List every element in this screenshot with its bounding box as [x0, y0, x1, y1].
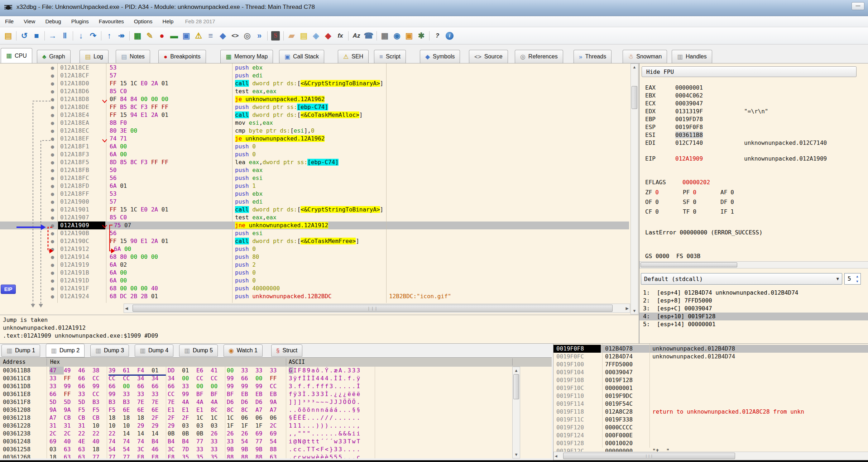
disasm-row[interactable]: ●012A18EF74 71je unknownunpacked.12A1962	[0, 135, 629, 143]
dump-vertical-scrollbar[interactable]: ▲ ▼	[512, 367, 520, 458]
stack-row[interactable]: 0019F10C00000001	[553, 384, 868, 392]
scroll-up-arrow[interactable]: ▲	[513, 368, 520, 373]
dump-row[interactable]: 003611D8339966996600666666330000999999CC…	[0, 382, 552, 390]
disasm-row[interactable]: ●012A18F16A 00push 0	[0, 143, 629, 151]
menu-item-debug[interactable]: Debug	[40, 16, 66, 27]
tab-memory-map[interactable]: ▦Memory Map	[220, 50, 273, 63]
snowman-decompiler-icon[interactable]: S	[270, 30, 281, 42]
tab-graph[interactable]: ♣Graph	[37, 50, 71, 63]
registers-horizontal-scrollbar[interactable]	[639, 261, 868, 268]
disasm-row[interactable]: ●012A18FD6A 01push 1	[0, 182, 629, 190]
disasm-row[interactable]: ●012A18FF53push ebx	[0, 190, 629, 198]
disasm-row[interactable]: ●012A18FB50push eax	[0, 166, 629, 174]
disasm-row[interactable]: ●012A18CF57push edi	[0, 72, 629, 80]
disasm-vertical-scrollbar[interactable]: ▲ ▼	[630, 63, 638, 314]
disasm-row[interactable]: ●012A190975 07jne unknownunpacked.12A191…	[0, 222, 629, 229]
tab-seh[interactable]: ⚠SEH	[338, 50, 369, 63]
tab-breakpoints[interactable]: ●Breakpoints	[158, 50, 206, 63]
open-file-icon[interactable]: ▤	[3, 30, 14, 42]
patches-icon[interactable]: ▰	[286, 30, 297, 42]
disasm-row[interactable]: ●012A191D6A 00push 0	[0, 277, 629, 285]
dump-row[interactable]: 003611B8474946383961F401DD01E64100333333…	[0, 367, 552, 375]
scroll-right-arrow[interactable]: ▶	[626, 306, 629, 311]
tab-snowman[interactable]: ☃Snowman	[623, 50, 667, 63]
menu-item-plugins[interactable]: Plugins	[66, 16, 94, 27]
mnemonic-help-icon[interactable]: ☎	[363, 30, 374, 42]
hex-dump-view[interactable]: 003611B8474946383961F401DD01E64100333333…	[0, 367, 552, 458]
register-row-esp[interactable]: ESP0019F0F8	[639, 124, 868, 132]
disasm-row[interactable]: ●012A18CE53push ebx	[0, 64, 629, 72]
argument-row[interactable]: 2: [esp+8] 7FFD5000	[639, 297, 868, 305]
step-out-icon[interactable]: ↑	[104, 30, 115, 42]
stack-row[interactable]: 0019F124000F000E	[553, 432, 868, 439]
flag-of[interactable]: OF0	[645, 199, 683, 205]
flag-pf[interactable]: PF0	[683, 189, 720, 196]
disasm-row[interactable]: ●012A18D80F 84 84 00 00 00je unknownunpa…	[0, 95, 629, 103]
step-over-icon[interactable]: ↷	[87, 30, 99, 42]
flag-if[interactable]: IF1	[720, 208, 758, 215]
functions-icon[interactable]: fx	[335, 30, 346, 42]
menu-item-file[interactable]: File	[0, 16, 19, 27]
menu-item-view[interactable]: View	[19, 16, 40, 27]
log-icon[interactable]: ✎	[144, 30, 155, 42]
register-row-edi[interactable]: EDI012C7140unknownunpacked.012C7140	[639, 139, 868, 147]
hide-fpu-button[interactable]: Hide FPU	[642, 66, 857, 77]
script-icon[interactable]: ≡	[205, 30, 216, 42]
register-row-ebp[interactable]: EBP0019FD78	[639, 116, 868, 124]
tab-notes[interactable]: ▤Notes	[116, 50, 150, 63]
disasm-row[interactable]: ●012A190B56push esi	[0, 229, 629, 237]
argument-row[interactable]: 1: [esp+4] 012B4D74 unknownunpacked.012B…	[639, 289, 868, 297]
run-to-user-code-icon[interactable]: ↠	[116, 30, 127, 42]
dump-row[interactable]: 0036124869404E40747474B4B4B4773333547754…	[0, 438, 552, 446]
tab-handles[interactable]: ▥Handles	[672, 50, 712, 63]
internet-icon[interactable]: ◉	[391, 30, 403, 42]
disasm-row[interactable]: ●012A1901FF 15 1C E0 2A 01call dword ptr…	[0, 206, 629, 214]
spinner-arrows-icon[interactable]: ▲▼	[855, 274, 860, 284]
register-row-ebx[interactable]: EBX0004C062	[639, 92, 868, 100]
register-row-edx[interactable]: EDX0131319F"=\r\n"	[639, 108, 868, 116]
scroll-down-arrow[interactable]: ▼	[631, 309, 638, 313]
disasm-row[interactable]: ●012A190CFF 15 90 E1 2A 01call dword ptr…	[0, 237, 629, 245]
menu-item-favourites[interactable]: Favourites	[94, 16, 129, 27]
register-row-eip[interactable]: EIP012A1909unknownunpacked.012A1909	[639, 155, 868, 163]
disasm-row[interactable]: ●012A18EC80 3E 00cmp byte ptr ds:[esi],0	[0, 127, 629, 135]
tab-cpu[interactable]: ▦CPU	[1, 48, 32, 63]
disasm-row[interactable]: ●012A18D685 C0test eax,eax	[0, 87, 629, 95]
call-stack-icon[interactable]: ▣	[181, 30, 192, 42]
disasm-row[interactable]: ●012A192468 DC 2B 2B 01push unknownunpac…	[0, 292, 629, 300]
disasm-row[interactable]: ●012A19196A 02push 2	[0, 261, 629, 269]
scroll-down-arrow[interactable]: ▼	[513, 452, 520, 457]
references-icon[interactable]: ◎	[241, 30, 253, 42]
register-row-eax[interactable]: EAX00000001	[639, 84, 868, 92]
scroll-up-arrow[interactable]: ▲	[631, 65, 638, 69]
disasm-row[interactable]: ●012A191468 80 00 00 00push 80	[0, 253, 629, 261]
stack-row[interactable]: 0019F1200000CCCC	[553, 424, 868, 432]
disasm-row[interactable]: ●012A18DEFF B5 8C F3 FF FFpush dword ptr…	[0, 103, 629, 111]
dump-tab-dump-3[interactable]: ▥Dump 3	[90, 344, 129, 357]
flag-tf[interactable]: TF0	[683, 208, 720, 215]
stack-row[interactable]: 0019F10400039047	[553, 368, 868, 376]
dump-row[interactable]: 003611E866FF33CC99333333CC99BFBFBFEBEBEB…	[0, 390, 552, 398]
step-into-icon[interactable]: ↓	[75, 30, 87, 42]
about-icon[interactable]: i	[444, 30, 455, 42]
dump-row[interactable]: 003612580363631854543C463C7D33339B9B9B88…	[0, 446, 552, 453]
dump-tab-dump-5[interactable]: ▥Dump 5	[179, 344, 218, 357]
tab-symbols[interactable]: ◆Symbols	[420, 50, 460, 63]
dump-row[interactable]: 003611F85D5D5DB3B3B37E7E7E4A4A4AD6D6D69A…	[0, 398, 552, 406]
scroll-thumb[interactable]	[641, 262, 737, 267]
stack-row[interactable]: 0019F0FC012B4D74unknownunpacked.012B4D74	[553, 353, 868, 361]
argument-row[interactable]: 4: [esp+10] 0019F128	[639, 313, 868, 320]
stack-row[interactable]: 0019F1100019F9DC	[553, 392, 868, 400]
memory-map-icon[interactable]: ▬	[168, 30, 180, 42]
scroll-thumb[interactable]	[632, 86, 637, 109]
tab-source[interactable]: <>Source	[469, 50, 508, 63]
menu-item-help[interactable]: Help	[158, 16, 179, 27]
disasm-row[interactable]: ●012A18D0FF 15 1C E0 2A 01call dword ptr…	[0, 80, 629, 87]
flag-df[interactable]: DF0	[720, 199, 758, 205]
disasm-row[interactable]: ●012A18F36A 00push 0	[0, 151, 629, 158]
dump-tab-dump-2[interactable]: ▥Dump 2	[46, 344, 85, 357]
calling-convention-select[interactable]: Default (stdcall) ▼	[641, 273, 842, 285]
flag-af[interactable]: AF0	[720, 189, 758, 196]
stack-row[interactable]: 0019F1007FFD5000	[553, 361, 868, 368]
disasm-row[interactable]: ●012A18F58D 85 8C F3 FF FFlea eax,dword …	[0, 158, 629, 166]
